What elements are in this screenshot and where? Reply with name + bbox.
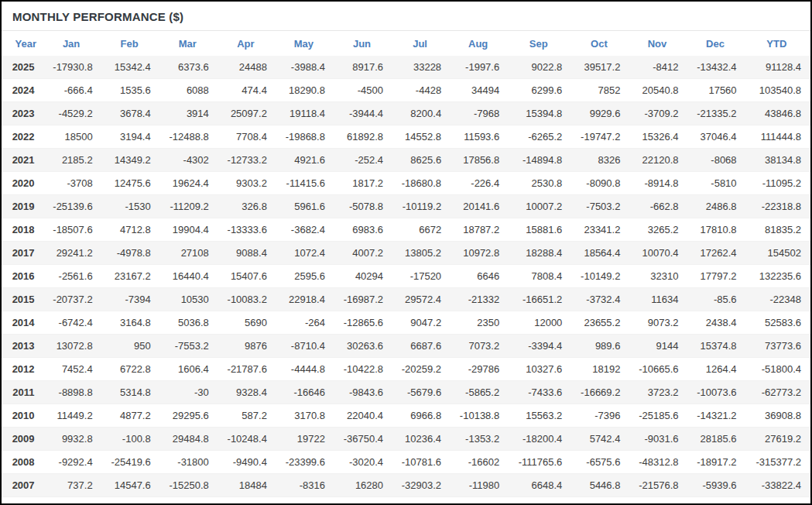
table-row-2015: 2015-20737.2-739410530-10083.222918.4-16… xyxy=(2,288,810,311)
value-cell-2017-oct: 18564.4 xyxy=(571,242,629,265)
header-row: YearJanFebMarAprMayJunJulAugSepOctNovDec… xyxy=(2,31,810,56)
value-cell-2023-may: 19118.4 xyxy=(276,102,334,125)
table-row-2013: 201313072.8950-7553.29876-8710.430263.66… xyxy=(2,335,810,358)
column-header-jan: Jan xyxy=(44,31,102,56)
value-cell-2009-jan: 9932.8 xyxy=(44,428,102,451)
value-cell-2017-jul: 13805.2 xyxy=(392,242,451,265)
year-cell-2012: 2012 xyxy=(2,358,44,381)
value-cell-2019-nov: -662.8 xyxy=(629,195,687,218)
column-header-year: Year xyxy=(2,31,44,56)
value-cell-2024-feb: 1535.6 xyxy=(102,79,160,102)
value-cell-2007-jul: -32903.2 xyxy=(392,474,451,497)
value-cell-2014-jun: -12865.6 xyxy=(334,311,392,335)
value-cell-2008-mar: -31800 xyxy=(160,451,218,474)
value-cell-2012-aug: -29786 xyxy=(451,358,509,381)
value-cell-2015-nov: 11634 xyxy=(629,288,687,311)
value-cell-2022-ytd: 111444.8 xyxy=(746,125,810,149)
value-cell-2009-jun: -36750.4 xyxy=(334,428,392,451)
value-cell-2010-oct: -7396 xyxy=(571,404,629,428)
value-cell-2012-nov: -10665.6 xyxy=(629,358,687,381)
value-cell-2019-aug: 20141.6 xyxy=(451,195,509,218)
value-cell-2020-jul: -18680.8 xyxy=(392,172,451,195)
value-cell-2023-feb: 3678.4 xyxy=(102,102,160,125)
value-cell-2007-jun: 16280 xyxy=(334,474,392,497)
value-cell-2016-jan: -2561.6 xyxy=(44,265,102,288)
value-cell-2008-may: -23399.6 xyxy=(276,451,334,474)
value-cell-2020-ytd: -11095.2 xyxy=(746,172,810,195)
value-cell-2014-apr: 5690 xyxy=(218,311,276,335)
value-cell-2014-ytd: 52583.6 xyxy=(746,311,810,335)
value-cell-2014-dec: 2438.4 xyxy=(688,311,746,335)
value-cell-2023-aug: -7968 xyxy=(451,102,509,125)
value-cell-2010-dec: -14321.2 xyxy=(688,404,746,428)
value-cell-2016-may: 2595.6 xyxy=(276,265,334,288)
year-cell-2019: 2019 xyxy=(2,195,44,218)
value-cell-2011-mar: -30 xyxy=(160,381,218,404)
value-cell-2007-mar: -15250.8 xyxy=(160,474,218,497)
year-cell-2009: 2009 xyxy=(2,428,44,451)
year-cell-2025: 2025 xyxy=(2,56,44,79)
table-body: 2025-17930.815342.46373.624488-3988.4891… xyxy=(2,56,810,497)
value-cell-2010-aug: -10138.8 xyxy=(451,404,509,428)
value-cell-2024-jun: -4500 xyxy=(334,79,392,102)
value-cell-2011-nov: 3723.2 xyxy=(629,381,687,404)
value-cell-2025-jul: 33228 xyxy=(392,56,451,79)
value-cell-2012-sep: 10327.6 xyxy=(509,358,571,381)
value-cell-2023-jun: -3944.4 xyxy=(334,102,392,125)
value-cell-2021-oct: 8326 xyxy=(571,149,629,172)
year-cell-2011: 2011 xyxy=(2,381,44,404)
value-cell-2015-may: 22918.4 xyxy=(276,288,334,311)
year-cell-2017: 2017 xyxy=(2,242,44,265)
table-row-2009: 20099932.8-100.829484.8-10248.419722-367… xyxy=(2,428,810,451)
value-cell-2013-sep: -3394.4 xyxy=(509,335,571,358)
value-cell-2007-dec: -5939.6 xyxy=(688,474,746,497)
value-cell-2022-apr: 7708.4 xyxy=(218,125,276,149)
value-cell-2023-sep: 15394.8 xyxy=(509,102,571,125)
value-cell-2015-mar: 10530 xyxy=(160,288,218,311)
table-row-2014: 2014-6742.43164.85036.85690-264-12865.69… xyxy=(2,311,810,335)
value-cell-2011-sep: -7433.6 xyxy=(509,381,571,404)
value-cell-2007-sep: 6648.4 xyxy=(509,474,571,497)
value-cell-2017-aug: 10972.8 xyxy=(451,242,509,265)
value-cell-2016-oct: -10149.2 xyxy=(571,265,629,288)
value-cell-2024-ytd: 103540.8 xyxy=(746,79,810,102)
value-cell-2010-jan: 11449.2 xyxy=(44,404,102,428)
value-cell-2019-sep: 10007.2 xyxy=(509,195,571,218)
table-row-2025: 2025-17930.815342.46373.624488-3988.4891… xyxy=(2,56,810,79)
table-row-2018: 2018-18507.64712.819904.4-13333.6-3682.4… xyxy=(2,218,810,242)
value-cell-2007-apr: 18484 xyxy=(218,474,276,497)
value-cell-2017-apr: 9088.4 xyxy=(218,242,276,265)
value-cell-2012-jan: 7452.4 xyxy=(44,358,102,381)
value-cell-2008-feb: -25419.6 xyxy=(102,451,160,474)
value-cell-2025-jan: -17930.8 xyxy=(44,56,102,79)
value-cell-2007-may: -8316 xyxy=(276,474,334,497)
year-cell-2007: 2007 xyxy=(2,474,44,497)
value-cell-2010-nov: -25185.6 xyxy=(629,404,687,428)
value-cell-2008-sep: -111765.6 xyxy=(509,451,571,474)
value-cell-2025-ytd: 91128.4 xyxy=(746,56,810,79)
value-cell-2011-jun: -9843.6 xyxy=(334,381,392,404)
table-row-2019: 2019-25139.6-1530-11209.2326.85961.6-507… xyxy=(2,195,810,218)
value-cell-2016-jul: -17520 xyxy=(392,265,451,288)
value-cell-2017-mar: 27108 xyxy=(160,242,218,265)
value-cell-2022-oct: -19747.2 xyxy=(571,125,629,149)
value-cell-2013-jan: 13072.8 xyxy=(44,335,102,358)
value-cell-2010-may: 3170.8 xyxy=(276,404,334,428)
value-cell-2018-may: -3682.4 xyxy=(276,218,334,242)
value-cell-2012-dec: 1264.4 xyxy=(688,358,746,381)
value-cell-2016-apr: 15407.6 xyxy=(218,265,276,288)
year-cell-2013: 2013 xyxy=(2,335,44,358)
value-cell-2021-aug: 17856.8 xyxy=(451,149,509,172)
value-cell-2021-sep: -14894.8 xyxy=(509,149,571,172)
value-cell-2020-may: -11415.6 xyxy=(276,172,334,195)
value-cell-2018-feb: 4712.8 xyxy=(102,218,160,242)
value-cell-2007-ytd: -33822.4 xyxy=(746,474,810,497)
value-cell-2020-nov: -8914.8 xyxy=(629,172,687,195)
value-cell-2020-dec: -5810 xyxy=(688,172,746,195)
value-cell-2020-sep: 2530.8 xyxy=(509,172,571,195)
value-cell-2019-may: 5961.6 xyxy=(276,195,334,218)
value-cell-2013-jul: 6687.6 xyxy=(392,335,451,358)
value-cell-2019-oct: -7503.2 xyxy=(571,195,629,218)
table-head: YearJanFebMarAprMayJunJulAugSepOctNovDec… xyxy=(2,31,810,56)
value-cell-2017-sep: 18288.4 xyxy=(509,242,571,265)
